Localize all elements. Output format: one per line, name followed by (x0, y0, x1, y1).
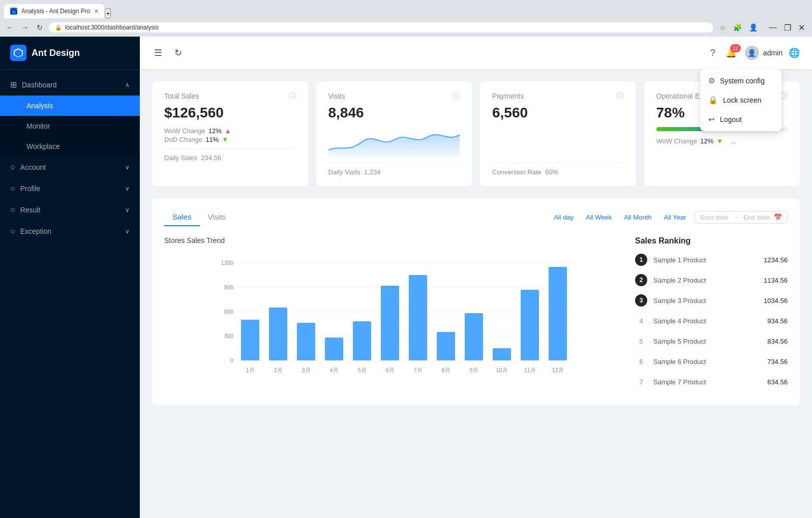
svg-rect-19 (493, 348, 511, 360)
menu-toggle-button[interactable]: ☰ (152, 45, 164, 60)
maximize-button[interactable]: ❐ (781, 22, 794, 34)
svg-text:11月: 11月 (524, 367, 535, 373)
dropdown-system-config[interactable]: ⚙ System config (700, 71, 781, 90)
svg-text:2月: 2月 (274, 367, 282, 373)
svg-rect-20 (521, 290, 539, 360)
svg-text:9月: 9月 (469, 367, 478, 373)
payments-value: 6,560 (492, 105, 624, 121)
browser-tab[interactable]: Analysis - Ant Design Pro ✕ (4, 4, 105, 18)
stat-card-total-sales: Total Sales ⓘ $126,560 WoW Change 12% ▲ … (152, 81, 308, 186)
tab-visits[interactable]: Visits (200, 208, 234, 226)
logout-icon: ↩ (708, 115, 715, 124)
forward-button[interactable]: → (19, 22, 31, 33)
sidebar: Ant Design ⊞ Dashboard ∧ Analysis Monito… (0, 37, 140, 518)
rank-badge-5: 5 (635, 335, 647, 347)
tab-favicon (10, 8, 17, 15)
svg-text:300: 300 (224, 333, 233, 339)
rank-badge-3: 3 (635, 294, 647, 307)
refresh-page-button[interactable]: ↻ (172, 45, 184, 60)
op-wow-label: WoW Change (656, 137, 698, 145)
ranking-item-5: 5 Sample 5 Product 834.56 (635, 335, 788, 347)
account-label: Account (20, 163, 46, 171)
page-body: Total Sales ⓘ $126,560 WoW Change 12% ▲ … (140, 69, 812, 518)
close-button[interactable]: ✕ (795, 22, 808, 34)
rank-value-7: 634.56 (767, 378, 788, 386)
help-button[interactable]: ? (708, 46, 717, 60)
sales-ranking: Sales Ranking 1 Sample 1 Product 1234.56… (635, 236, 788, 395)
workplace-label: Workplace (26, 142, 60, 150)
rank-product-1: Sample 1 Product (653, 256, 758, 264)
daily-visits-label: Daily Visits (328, 168, 360, 176)
tab-sales[interactable]: Sales (164, 208, 200, 226)
profile-arrow-icon: ∨ (125, 185, 130, 192)
filter-all-week[interactable]: All Week (582, 211, 616, 223)
refresh-button[interactable]: ↻ (35, 22, 45, 33)
sidebar-item-dashboard[interactable]: ⊞ Dashboard ∧ (0, 74, 140, 96)
rank-product-6: Sample 6 Product (653, 358, 761, 365)
total-sales-info-icon[interactable]: ⓘ (289, 92, 296, 101)
user-menu-trigger[interactable]: 👤 admin (745, 46, 783, 60)
back-button[interactable]: ← (4, 22, 15, 33)
sidebar-item-account[interactable]: ○ Account ∨ (0, 157, 140, 178)
rank-value-3: 1034.56 (764, 297, 788, 304)
language-button[interactable]: 🌐 (789, 47, 800, 58)
dod-down-icon: ▼ (222, 136, 228, 143)
daily-visits-value: 1,234 (364, 168, 381, 176)
svg-rect-11 (269, 308, 287, 360)
payments-info-icon[interactable]: ⓘ (617, 92, 624, 101)
rank-product-7: Sample 7 Product (653, 378, 761, 386)
sidebar-item-result[interactable]: ○ Result ∨ (0, 199, 140, 221)
sidebar-item-profile[interactable]: ○ Profile ∨ (0, 178, 140, 199)
dashboard-arrow-icon: ∧ (125, 81, 130, 88)
filter-all-day[interactable]: All day (550, 211, 578, 223)
new-tab-button[interactable]: + (105, 9, 111, 18)
minimize-button[interactable]: — (766, 22, 780, 34)
calendar-icon: 📅 (774, 214, 782, 221)
svg-rect-18 (465, 313, 483, 360)
sidebar-item-exception[interactable]: ○ Exception ∨ (0, 221, 140, 242)
address-bar[interactable]: 🔒 localhost:3000/dashboard/analysis (49, 22, 713, 33)
svg-text:0: 0 (230, 357, 233, 363)
ranking-item-6: 6 Sample 6 Product 734.56 (635, 355, 788, 368)
visits-value: 8,846 (328, 105, 460, 121)
rank-badge-2: 2 (635, 274, 647, 286)
dropdown-logout[interactable]: ↩ Logout (700, 110, 781, 129)
dropdown-lock-screen[interactable]: 🔒 Lock screen (700, 90, 781, 110)
visits-chart (328, 127, 460, 158)
stat-card-payments: Payments ⓘ 6,560 (480, 81, 636, 186)
extensions-button[interactable]: 🧩 (731, 22, 744, 33)
system-config-label: System config (720, 77, 765, 85)
daily-sales-label: Daily Sales (164, 154, 197, 162)
sidebar-item-analysis[interactable]: Analysis (0, 96, 140, 116)
total-sales-footer: Daily Sales 234.56 (164, 148, 296, 162)
tabs-header: Sales Visits All day All Week All Month … (164, 208, 788, 226)
tab-close-button[interactable]: ✕ (94, 8, 99, 15)
dod-label: DoD Change (164, 136, 202, 143)
filter-all-month[interactable]: All Month (620, 211, 655, 223)
sidebar-item-workplace[interactable]: Workplace (0, 136, 140, 157)
sales-ranking-title: Sales Ranking (635, 236, 788, 246)
sidebar-item-monitor[interactable]: Monitor (0, 116, 140, 136)
date-range-picker[interactable]: Start date → End date 📅 (695, 211, 788, 224)
wow-up-icon: ▲ (225, 127, 231, 135)
result-label: Result (20, 206, 41, 214)
filter-all-year[interactable]: All Year (659, 211, 690, 223)
sidebar-nav: ⊞ Dashboard ∧ Analysis Monitor Workplace… (0, 70, 140, 518)
rank-badge-6: 6 (635, 355, 647, 368)
dod-value: 11% (205, 136, 219, 143)
visits-footer: Daily Visits 1,234 (328, 163, 460, 176)
rank-value-1: 1234.56 (764, 256, 788, 264)
wow-value: 12% (208, 127, 222, 135)
header-right: ? 🔔 12 👤 admin 🌐 (708, 45, 800, 60)
visits-info-icon[interactable]: ⓘ (453, 92, 460, 101)
profile-button[interactable]: 👤 (747, 22, 760, 33)
date-end-placeholder: End date (743, 214, 770, 221)
operational-info-icon[interactable]: ⓘ (780, 92, 788, 101)
bookmark-button[interactable]: ☆ (717, 22, 728, 33)
app-wrapper: Ant Design ⊞ Dashboard ∧ Analysis Monito… (0, 37, 812, 518)
payments-footer: Conversion Rate 60% (492, 163, 624, 176)
rank-product-2: Sample 2 Product (653, 277, 758, 284)
notifications-button[interactable]: 🔔 12 (724, 45, 739, 60)
tabs-section: Sales Visits All day All Week All Month … (152, 198, 800, 405)
exception-label: Exception (20, 227, 51, 235)
